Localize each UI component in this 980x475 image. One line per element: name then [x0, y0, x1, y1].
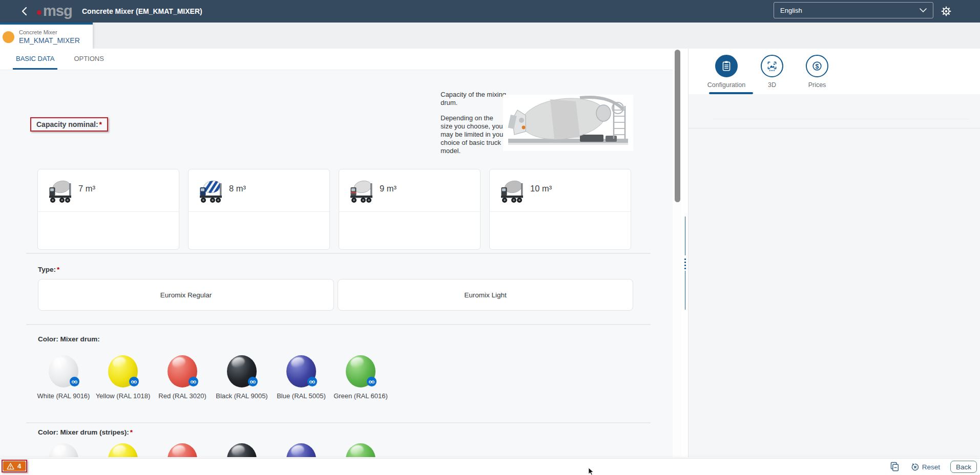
type-option-label: Euromix Light: [464, 291, 507, 299]
section-separator: [26, 422, 651, 423]
tile-divider: [189, 211, 329, 212]
section-tabs: BASIC DATA OPTIONS: [0, 49, 682, 70]
panel-splitter[interactable]: [682, 49, 688, 457]
footer-bar: 4 Reset Back: [0, 459, 980, 475]
stripe-color-option[interactable]: [269, 443, 333, 457]
capacity-options-row: 7 m³ 8 m³ 9 m³: [0, 169, 682, 250]
swatch-gloss: [52, 444, 68, 457]
stripe-color-option[interactable]: [151, 443, 214, 457]
drum-color-option[interactable]: Yellow (RAL 1018): [91, 355, 155, 400]
clipboard-icon: [720, 60, 733, 72]
3d-tab-label: 3D: [747, 81, 797, 89]
glasses-icon[interactable]: [129, 377, 139, 386]
capacity-option-label: 7 m³: [78, 184, 95, 193]
configuration-tab-label: Configuration: [702, 81, 751, 89]
drum-color-option[interactable]: Green (RAL 6016): [329, 355, 392, 400]
color-stripes-label: Color: Mixer drum (stripes):*: [38, 428, 133, 436]
color-swatch: [168, 355, 197, 387]
capacity-option[interactable]: 7 m³: [37, 169, 179, 250]
warnings-button[interactable]: 4: [2, 460, 27, 472]
stripe-color-option[interactable]: [329, 443, 392, 457]
truck-thumbnail: [349, 177, 373, 204]
required-asterisk: *: [57, 266, 59, 273]
scrollbar-thumb[interactable]: [675, 50, 680, 202]
product-code: EM_KMAT_MIXER: [19, 36, 80, 45]
msg-logo: msg: [37, 3, 72, 18]
required-asterisk: *: [99, 120, 102, 128]
stripe-color-option[interactable]: [91, 443, 155, 457]
section-separator: [26, 253, 651, 254]
configuration-form: Capacity nominal:* Capacity of the mixin…: [0, 70, 682, 457]
warning-triangle-icon: [7, 463, 14, 470]
back-icon[interactable]: [19, 6, 31, 17]
back-button[interactable]: Back: [950, 461, 977, 473]
language-value: English: [780, 7, 802, 14]
section-separator: [26, 324, 651, 325]
drum-color-option[interactable]: Blue (RAL 5005): [269, 355, 333, 400]
splitter-line: [685, 271, 685, 310]
capacity-option-label: 8 m³: [229, 184, 246, 193]
type-option-euromix-light[interactable]: Euromix Light: [338, 279, 633, 311]
chevron-down-icon: [920, 8, 927, 12]
product-status-icon: [3, 31, 14, 43]
splitter-grip[interactable]: [684, 258, 686, 269]
swatch-gloss: [112, 356, 127, 369]
3d-view-tab-button[interactable]: [761, 55, 783, 77]
product-category: Concrete Mixer: [19, 29, 57, 35]
color-swatch: [346, 443, 376, 457]
product-tab[interactable]: Concrete Mixer EM_KMAT_MIXER: [0, 23, 93, 49]
side-panel: $ Configuration 3D Prices: [688, 49, 980, 457]
configuration-tab-button[interactable]: [715, 55, 738, 77]
swatch-gloss: [171, 444, 186, 457]
glasses-icon[interactable]: [189, 377, 198, 386]
truck-thumbnail: [48, 177, 72, 204]
mixer-drum-photo: [503, 95, 633, 151]
color-swatch: [286, 443, 316, 457]
drum-color-option[interactable]: White (RAL 9016): [32, 355, 95, 400]
tile-divider: [38, 211, 179, 212]
stripe-color-option[interactable]: [32, 443, 95, 457]
type-label: Type:*: [38, 266, 59, 273]
color-swatch: [168, 443, 197, 457]
drum-color-option[interactable]: Black (RAL 9005): [210, 355, 274, 400]
tab-options[interactable]: OPTIONS: [71, 49, 107, 70]
color-option-label: Black (RAL 9005): [210, 392, 274, 400]
color-swatch: [108, 355, 138, 387]
swatch-gloss: [349, 356, 365, 369]
color-swatch: [49, 355, 78, 387]
color-option-label: Yellow (RAL 1018): [91, 392, 155, 400]
swatch-gloss: [290, 444, 305, 457]
active-tab-underline: [709, 92, 753, 94]
glasses-icon[interactable]: [248, 377, 258, 386]
glasses-icon[interactable]: [367, 377, 377, 386]
glasses-icon[interactable]: [70, 377, 79, 386]
reset-label: Reset: [922, 463, 940, 471]
swatch-gloss: [290, 356, 305, 369]
color-swatch: [49, 443, 78, 457]
splitter-line: [685, 217, 685, 255]
gear-icon[interactable]: [941, 6, 952, 17]
color-swatch: [286, 355, 316, 387]
color-swatch: [108, 443, 138, 457]
prices-tab-button[interactable]: $: [806, 55, 828, 77]
color-drum-label: Color: Mixer drum:: [38, 335, 100, 343]
capacity-option[interactable]: 9 m³: [339, 169, 481, 250]
type-option-euromix-regular[interactable]: Euromix Regular: [38, 279, 334, 311]
truck-thumbnail: [500, 177, 524, 204]
capacity-option[interactable]: 10 m³: [489, 169, 631, 250]
color-option-label: White (RAL 9016): [32, 392, 95, 400]
panel-divider: [713, 119, 969, 119]
tile-divider: [339, 211, 480, 212]
stripe-color-option[interactable]: [210, 443, 274, 457]
language-select[interactable]: English: [774, 2, 933, 18]
product-tab-strip: Concrete Mixer EM_KMAT_MIXER: [0, 23, 980, 49]
copy-icon[interactable]: [889, 462, 900, 472]
page-title: Concrete Mixer (EM_KMAT_MIXER): [82, 0, 202, 23]
tab-basic-data[interactable]: BASIC DATA: [13, 49, 57, 70]
stripe-color-options: [0, 443, 682, 457]
drum-color-options: White (RAL 9016) Yellow (RAL 1018) Red (…: [0, 355, 682, 422]
capacity-option[interactable]: 8 m³: [188, 169, 330, 250]
glasses-icon[interactable]: [307, 377, 317, 386]
reset-button[interactable]: Reset: [911, 463, 940, 471]
drum-color-option[interactable]: Red (RAL 3020): [151, 355, 214, 400]
